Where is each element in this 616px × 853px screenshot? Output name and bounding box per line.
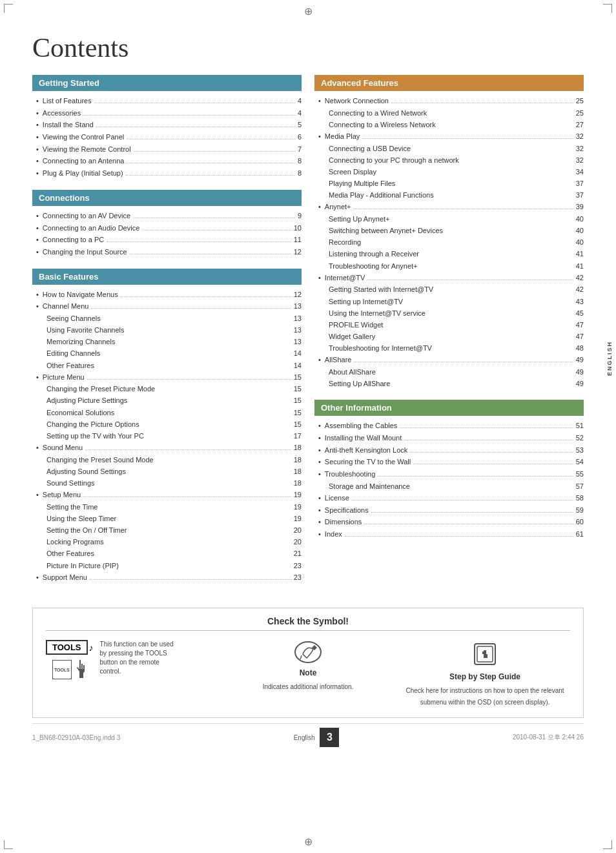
list-item[interactable]: Index 61: [318, 528, 584, 540]
list-item[interactable]: AllShare 49: [318, 354, 584, 366]
list-item[interactable]: Troubleshooting for Internet@TV 48: [329, 342, 584, 354]
list-item[interactable]: Adjusting Sound Settings 18: [46, 466, 302, 477]
item-label: Seeing Channels: [46, 313, 289, 324]
list-item[interactable]: Playing Multiple Files 37: [329, 178, 584, 189]
list-item[interactable]: Economical Solutions 15: [46, 407, 302, 418]
list-item[interactable]: Anynet+ 39: [318, 201, 584, 213]
list-item[interactable]: Plug & Play (Initial Setup) 8: [36, 167, 302, 180]
page-num: 40: [571, 213, 584, 225]
list-item[interactable]: Connecting to a Wired Network 25: [329, 107, 584, 119]
list-item[interactable]: Using the Internet@TV service 45: [329, 307, 584, 319]
list-item[interactable]: Connecting to an Audio Device 10: [36, 222, 302, 234]
list-item[interactable]: Specifications 59: [318, 504, 584, 517]
list-item[interactable]: Setting Up AllShare 49: [329, 378, 584, 389]
list-item[interactable]: Viewing the Remote Control 7: [36, 143, 302, 156]
list-item[interactable]: Storage and Maintenance 57: [329, 480, 584, 492]
list-item[interactable]: Assembling the Cables 51: [318, 420, 584, 432]
list-item[interactable]: Setting the On / Off Timer 20: [46, 524, 302, 536]
footer-left: 1_BN68-02910A-03Eng.indd 3: [32, 734, 120, 741]
list-item[interactable]: Setting Up Anynet+ 40: [329, 213, 584, 225]
page-num: 42: [576, 272, 584, 284]
dot-leader: [91, 308, 291, 309]
dot-leader: [142, 230, 291, 231]
list-item[interactable]: List of Features 4: [36, 95, 302, 107]
list-item[interactable]: Screen Display 34: [329, 166, 584, 178]
page-num: 17: [289, 430, 302, 442]
picture-menu-sublist: Changing the Preset Picture Mode 15 Adju…: [32, 383, 302, 442]
list-item[interactable]: Connecting to a PC 11: [36, 234, 302, 246]
list-item[interactable]: Sound Settings 18: [46, 477, 302, 489]
list-item[interactable]: Troubleshooting 55: [318, 468, 584, 480]
list-item[interactable]: Picture In Picture (PIP) 23: [46, 560, 302, 571]
list-item[interactable]: Viewing the Control Panel 6: [36, 131, 302, 143]
list-item[interactable]: Connecting to an Antenna 8: [36, 155, 302, 167]
list-item[interactable]: Picture Menu 15: [36, 371, 302, 384]
item-label: Connecting to a PC: [43, 234, 104, 246]
dot-leader: [404, 440, 573, 440]
list-item[interactable]: Editing Channels 14: [46, 347, 302, 359]
list-item[interactable]: Setup Menu 19: [36, 489, 302, 501]
dot-leader: [130, 254, 291, 254]
list-item[interactable]: Changing the Preset Picture Mode 15: [46, 383, 302, 395]
list-item[interactable]: Support Menu 23: [36, 571, 302, 584]
list-item[interactable]: Other Features 14: [46, 360, 302, 371]
list-item[interactable]: Setting up Internet@TV 43: [329, 296, 584, 307]
list-item[interactable]: Other Features 21: [46, 548, 302, 559]
page-num: 61: [576, 528, 584, 540]
list-item[interactable]: Getting Started with Internet@TV 42: [329, 283, 584, 295]
list-item[interactable]: Using the Sleep Timer 19: [46, 513, 302, 524]
list-item[interactable]: Connecting to your PC through a network …: [329, 154, 584, 166]
list-item[interactable]: About AllShare 49: [329, 366, 584, 378]
list-item[interactable]: Troubleshooting for Anynet+ 41: [329, 260, 584, 272]
list-item[interactable]: Install the Stand 5: [36, 119, 302, 131]
page-num: 49: [571, 378, 584, 389]
list-item[interactable]: Widget Gallery 47: [329, 331, 584, 342]
list-item[interactable]: How to Navigate Menus 12: [36, 289, 302, 301]
page-num: 42: [571, 283, 584, 295]
page-num: 23: [289, 560, 302, 571]
list-item[interactable]: Installing the Wall Mount 52: [318, 432, 584, 444]
page-num: 4: [298, 107, 302, 119]
item-label: Changing the Input Source: [43, 246, 127, 258]
page-num: 15: [294, 371, 302, 384]
page-num: 40: [571, 225, 584, 236]
dot-leader: [345, 536, 573, 537]
list-item[interactable]: Memorizing Channels 13: [46, 336, 302, 347]
list-item[interactable]: Connecting to an AV Device 9: [36, 210, 302, 222]
item-label: Changing the Picture Options: [46, 418, 289, 430]
item-label: Changing the Preset Picture Mode: [46, 383, 289, 395]
page-num: 25: [571, 107, 584, 119]
list-item[interactable]: Adjusting Picture Settings 15: [46, 395, 302, 406]
dot-leader: [134, 151, 295, 152]
list-item[interactable]: Anti-theft Kensington Lock 53: [318, 444, 584, 457]
item-label: Economical Solutions: [46, 407, 289, 418]
list-item[interactable]: Setting the Time 19: [46, 501, 302, 513]
list-item[interactable]: PROFILE Widget 47: [329, 319, 584, 331]
list-item[interactable]: Media Play - Additional Functions 37: [329, 189, 584, 201]
list-item[interactable]: Setting up the TV with Your PC 17: [46, 430, 302, 442]
page-num: 11: [294, 234, 302, 246]
page-num: 14: [289, 360, 302, 371]
list-item[interactable]: Recording 40: [329, 236, 584, 248]
list-item[interactable]: Changing the Picture Options 15: [46, 418, 302, 430]
list-item[interactable]: Accessories 4: [36, 107, 302, 119]
list-item[interactable]: Securing the TV to the Wall 54: [318, 456, 584, 468]
list-item[interactable]: Listening through a Receiver 41: [329, 248, 584, 260]
list-item[interactable]: Sound Menu 18: [36, 442, 302, 454]
list-item[interactable]: Dimensions 60: [318, 516, 584, 528]
list-item[interactable]: Locking Programs 20: [46, 536, 302, 548]
setup-menu-sublist: Setting the Time 19 Using the Sleep Time…: [32, 501, 302, 571]
list-item[interactable]: Using Favorite Channels 13: [46, 324, 302, 336]
list-item[interactable]: Connecting a USB Device 32: [329, 143, 584, 154]
list-item[interactable]: Changing the Preset Sound Mode 18: [46, 454, 302, 466]
list-item[interactable]: Seeing Channels 13: [46, 313, 302, 324]
troubleshooting-sublist: Storage and Maintenance 57: [314, 480, 584, 492]
list-item[interactable]: Switching between Anynet+ Devices 40: [329, 225, 584, 236]
list-item[interactable]: License 58: [318, 492, 584, 504]
list-item[interactable]: Network Connection 25: [318, 95, 584, 107]
list-item[interactable]: Media Play 32: [318, 130, 584, 143]
list-item[interactable]: Internet@TV 42: [318, 272, 584, 284]
list-item[interactable]: Connecting to a Wireless Network 27: [329, 119, 584, 130]
list-item[interactable]: Channel Menu 13: [36, 300, 302, 313]
list-item[interactable]: Changing the Input Source 12: [36, 246, 302, 258]
